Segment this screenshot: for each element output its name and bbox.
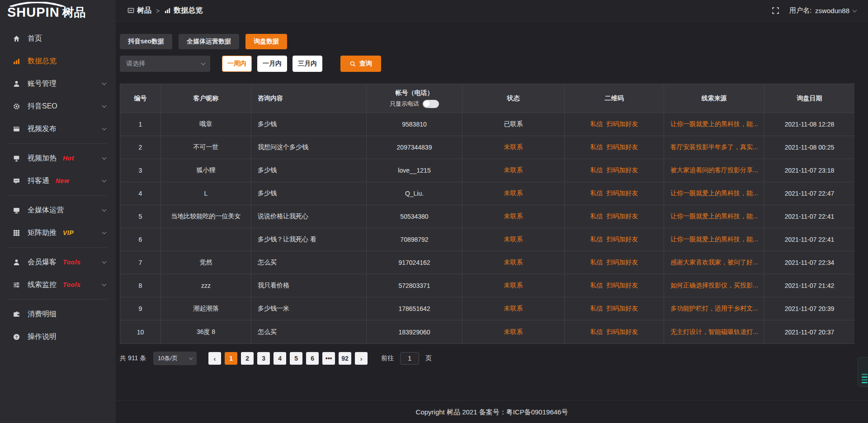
sidebar-item-douyin-seo[interactable]: 抖音SEO [0, 95, 116, 118]
sidebar-item-omnimedia[interactable]: 全媒体运营 [0, 199, 116, 221]
private-message-link[interactable]: 私信 [590, 328, 603, 336]
range-three-month-button[interactable]: 三月内 [292, 56, 322, 72]
row-number: 1 [120, 113, 161, 136]
fullscreen-icon[interactable] [772, 7, 779, 14]
search-button[interactable]: 查询 [340, 56, 381, 72]
sidebar-item-video-heat[interactable]: 视频加热 Hot [0, 147, 116, 169]
scan-add-friend-link[interactable]: 扫码加好友 [607, 305, 638, 313]
chevron-down-icon [102, 282, 107, 287]
page-button-2[interactable]: 2 [241, 352, 254, 365]
row-number: 3 [120, 159, 161, 182]
video-publish-icon [12, 125, 21, 133]
sliders-icon [12, 281, 21, 289]
scan-add-friend-link[interactable]: 扫码加好友 [607, 282, 638, 290]
scan-add-friend-link[interactable]: 扫码加好友 [607, 189, 638, 197]
prev-page-button[interactable]: ‹ [208, 352, 221, 365]
source-link[interactable]: 让你一眼就爱上的黑科技，能... [664, 182, 764, 205]
sidebar-item-lead-monitor[interactable]: 线索监控 Tools [0, 273, 116, 296]
page-button-4[interactable]: 4 [274, 352, 286, 365]
inquiry-content: 怎么买 [251, 320, 367, 343]
sidebar-item-member-burst[interactable]: 会员爆客 Tools [0, 251, 116, 273]
page-button-1[interactable]: 1 [225, 352, 237, 365]
page-ellipsis-button[interactable]: ••• [322, 352, 335, 365]
chevron-down-icon [102, 230, 107, 235]
inquiry-date: 2021-11-07 20:37 [764, 320, 854, 343]
header-number: 编号 [120, 84, 161, 113]
sidebar-divider [8, 247, 108, 248]
account-select[interactable]: 请选择 [120, 56, 210, 72]
row-number: 5 [120, 205, 161, 228]
date-range-group: 一周内 一月内 三月内 [222, 56, 322, 72]
account-phone: Q_Liu. [367, 182, 462, 205]
row-number: 10 [120, 320, 161, 343]
tab-omnimedia-data[interactable]: 全媒体运营数据 [179, 34, 239, 49]
home-icon [12, 35, 21, 42]
floating-widget[interactable] [858, 357, 868, 387]
scan-add-friend-link[interactable]: 扫码加好友 [607, 235, 638, 244]
range-one-week-button[interactable]: 一周内 [222, 56, 252, 72]
tab-douyin-seo-data[interactable]: 抖音seo数据 [120, 34, 172, 49]
sidebar-item-matrix-boost[interactable]: 矩阵助推 VIP [0, 221, 116, 244]
chevron-down-icon [102, 126, 107, 131]
customer-nickname: 当地比较能吃的一位美女 [161, 205, 251, 228]
goto-page-input[interactable] [400, 352, 419, 365]
private-message-link[interactable]: 私信 [590, 189, 603, 197]
private-message-link[interactable]: 私信 [590, 305, 603, 313]
phone-only-toggle[interactable] [423, 100, 439, 108]
source-link[interactable]: 无主灯设计，智能磁吸轨道灯... [664, 320, 764, 343]
private-message-link[interactable]: 私信 [590, 258, 603, 267]
chevron-down-icon [102, 81, 107, 85]
brand-logo: SHUPIN 树品 [0, 0, 116, 24]
source-link[interactable]: 让你一眼就爱上的黑科技，能... [664, 205, 764, 228]
copyright-text: Copyright 树品 2021 备案号：粤ICP备09019646号 [416, 408, 568, 417]
sidebar-item-douketong[interactable]: 抖客通 New [0, 169, 116, 192]
scan-add-friend-link[interactable]: 扫码加好友 [607, 258, 638, 267]
source-link[interactable]: 被大家追着问的客厅投影分享... [664, 159, 764, 182]
main-area: 树品 > 数据总览 用户名: zswodun88 抖音seo数据 [116, 0, 868, 423]
scan-add-friend-link[interactable]: 扫码加好友 [607, 212, 638, 221]
table-row: 7 觉然 怎么买 917024162 未联系 私信扫码加好友 感谢大家喜欢我家，… [120, 251, 854, 274]
private-message-link[interactable]: 私信 [590, 120, 603, 128]
status-badge: 未联系 [462, 320, 565, 343]
scan-add-friend-link[interactable]: 扫码加好友 [607, 166, 638, 174]
inquiry-content: 多少钱 [251, 159, 367, 182]
sidebar-item-account-management[interactable]: 账号管理 [0, 72, 116, 95]
source-link[interactable]: 让你一眼就爱上的黑科技，能... [664, 113, 764, 136]
page-button-3[interactable]: 3 [257, 352, 270, 365]
source-link[interactable]: 如何正确选择投影仪，买投影... [664, 274, 764, 297]
row-number: 8 [120, 274, 161, 297]
scan-add-friend-link[interactable]: 扫码加好友 [607, 120, 638, 128]
source-link[interactable]: 客厅安装投影半年多了，真实... [664, 136, 764, 159]
private-message-link[interactable]: 私信 [590, 235, 603, 244]
status-badge: 未联系 [462, 205, 565, 228]
source-link[interactable]: 感谢大家喜欢我家，被问了好... [664, 251, 764, 274]
page-button-92[interactable]: 92 [339, 352, 351, 365]
private-message-link[interactable]: 私信 [590, 282, 603, 290]
scan-add-friend-link[interactable]: 扫码加好友 [607, 328, 638, 336]
account-phone: love__1215 [367, 159, 462, 182]
sidebar-item-instructions[interactable]: ? 操作说明 [0, 325, 116, 348]
next-page-button[interactable]: › [355, 352, 368, 365]
range-one-month-button[interactable]: 一月内 [257, 56, 287, 72]
private-message-link[interactable]: 私信 [590, 166, 603, 174]
sidebar-item-home[interactable]: 首页 [0, 27, 116, 50]
private-message-link[interactable]: 私信 [590, 143, 603, 151]
inquiry-content: 多少钱？让我死心 看 [251, 228, 367, 251]
page-button-5[interactable]: 5 [290, 352, 302, 365]
qr-links: 私信扫码加好友 [565, 297, 664, 320]
inquiry-content: 多少钱 [251, 113, 367, 136]
page-button-6[interactable]: 6 [306, 352, 319, 365]
sidebar-item-video-publish[interactable]: 视频发布 [0, 118, 116, 140]
scan-add-friend-link[interactable]: 扫码加好友 [607, 143, 638, 151]
private-message-link[interactable]: 私信 [590, 212, 603, 221]
sidebar-item-expense-detail[interactable]: 消费明细 [0, 303, 116, 325]
source-link[interactable]: 让你一眼就爱上的黑科技，能... [664, 228, 764, 251]
tab-inquiry-data[interactable]: 询盘数据 [245, 34, 287, 49]
user-menu[interactable]: 用户名: zswodun88 [789, 6, 856, 15]
page-size-select[interactable]: 10条/页 [153, 352, 197, 365]
qr-links: 私信扫码加好友 [565, 320, 664, 343]
breadcrumb-home[interactable]: 树品 [127, 6, 151, 15]
inquiry-table: 编号 客户昵称 咨询内容 帐号（电话） 只显示电话 状态 二维码 线索来源 询盘… [120, 84, 854, 344]
sidebar-item-data-overview[interactable]: 数据总览 [0, 50, 116, 72]
source-link[interactable]: 多功能护栏灯，适用于乡村文... [664, 297, 764, 320]
